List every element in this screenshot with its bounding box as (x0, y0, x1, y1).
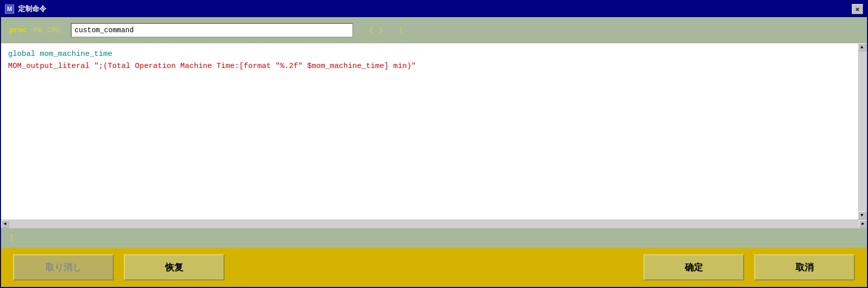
button-bar: 取り消し 恢复 确定 取消 (1, 248, 867, 287)
scrollbar-horizontal[interactable]: ◄ ► (1, 220, 867, 229)
toolbar: proc PB_CMD_ { } { (1, 17, 867, 43)
brace-single: { (399, 26, 403, 35)
braces-open: { } (369, 26, 383, 35)
code-editor[interactable]: global mom_machine_time MOM_output_liter… (1, 43, 858, 220)
restore-button[interactable]: 恢复 (124, 254, 225, 280)
scroll-track-horizontal (9, 220, 859, 228)
code-line-1: global mom_machine_time (8, 48, 847, 60)
window-icon: M (5, 5, 14, 14)
command-name-input[interactable] (71, 23, 353, 37)
scroll-down-arrow[interactable]: ▼ (858, 211, 866, 220)
code-line-2: MOM_output_literal ";(Total Operation Ma… (8, 60, 847, 73)
closing-brace-area: } (1, 229, 867, 248)
closing-brace: } (9, 234, 14, 243)
undo-button[interactable]: 取り消し (13, 254, 114, 280)
pb-cmd-label: PB_CMD_ (33, 26, 65, 35)
proc-label: proc (9, 26, 27, 35)
cancel-button[interactable]: 取消 (754, 254, 855, 280)
close-button[interactable]: × (852, 4, 863, 14)
scroll-right-arrow[interactable]: ► (859, 220, 867, 228)
code-area-wrapper: global mom_machine_time MOM_output_liter… (1, 43, 867, 229)
scroll-left-arrow[interactable]: ◄ (1, 220, 9, 228)
title-bar-left: M 定制命令 (5, 5, 46, 14)
window-title: 定制命令 (18, 5, 46, 14)
button-group-right: 确定 取消 (440, 254, 855, 280)
scroll-up-arrow[interactable]: ▲ (858, 43, 866, 51)
confirm-button[interactable]: 确定 (643, 254, 744, 280)
title-bar: M 定制命令 × (1, 1, 867, 17)
button-group-left: 取り消し 恢复 (13, 254, 428, 280)
main-window: M 定制命令 × proc PB_CMD_ { } { global mom_m… (0, 0, 868, 288)
scrollbar-vertical[interactable]: ▲ ▼ (858, 43, 867, 220)
